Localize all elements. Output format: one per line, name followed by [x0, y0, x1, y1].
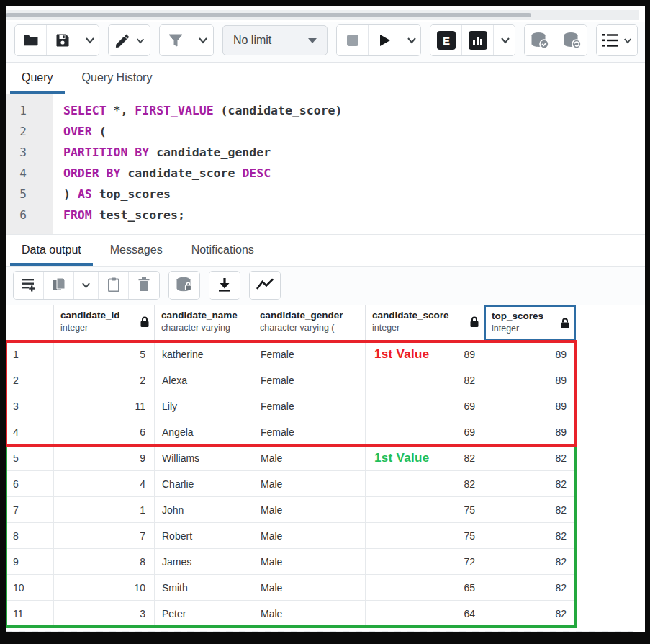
- open-file-button[interactable]: [15, 25, 47, 55]
- column-header-candidate-name[interactable]: candidate_namecharacter varying: [155, 305, 253, 341]
- rollback-button[interactable]: [556, 25, 587, 55]
- cell-candidate-score[interactable]: 65: [366, 575, 484, 600]
- code-line[interactable]: ) AS top_scores: [63, 184, 645, 205]
- row-number[interactable]: 9: [6, 549, 54, 574]
- cell-candidate-name[interactable]: John: [155, 497, 253, 522]
- cell-candidate-name[interactable]: Lily: [155, 393, 253, 419]
- tab-messages[interactable]: Messages: [99, 235, 174, 266]
- cell-candidate-id[interactable]: 11: [54, 393, 155, 419]
- column-header-candidate-score[interactable]: candidate_scoreinteger: [366, 305, 484, 341]
- cell-candidate-score[interactable]: 1st Value82: [366, 445, 484, 470]
- row-number[interactable]: 1: [6, 341, 54, 367]
- graph-visualiser-button[interactable]: [250, 272, 280, 299]
- row-number[interactable]: 3: [6, 393, 54, 419]
- cell-top-scores[interactable]: 89: [484, 393, 576, 419]
- row-limit-select[interactable]: No limit: [222, 25, 328, 55]
- tab-query-history[interactable]: Query History: [71, 63, 164, 94]
- horizontal-scrollbar[interactable]: [6, 10, 639, 20]
- cell-candidate-gender[interactable]: Female: [253, 419, 366, 444]
- row-number[interactable]: 10: [6, 575, 54, 600]
- save-dropdown-button[interactable]: [78, 25, 99, 55]
- cell-candidate-score[interactable]: 82: [366, 367, 484, 393]
- cell-candidate-name[interactable]: Angela: [155, 419, 253, 444]
- cell-top-scores[interactable]: 82: [484, 471, 576, 496]
- save-button[interactable]: [47, 25, 78, 55]
- cell-candidate-id[interactable]: 9: [54, 445, 155, 470]
- row-number[interactable]: 5: [6, 445, 54, 470]
- cell-candidate-name[interactable]: James: [155, 549, 253, 574]
- cell-candidate-score[interactable]: 82: [366, 471, 484, 496]
- copy-button[interactable]: [44, 272, 74, 299]
- tab-notifications[interactable]: Notifications: [180, 235, 266, 266]
- cell-candidate-score[interactable]: 75: [366, 497, 484, 522]
- column-header-candidate-gender[interactable]: candidate_gendercharacter varying (: [253, 305, 366, 341]
- cell-candidate-id[interactable]: 3: [54, 601, 155, 626]
- cell-candidate-gender[interactable]: Female: [253, 393, 366, 419]
- cell-top-scores[interactable]: 82: [484, 445, 576, 470]
- cell-candidate-gender[interactable]: Male: [253, 575, 366, 600]
- cell-candidate-id[interactable]: 6: [54, 419, 155, 444]
- code-line[interactable]: ORDER BY candidate_score DESC: [63, 163, 645, 184]
- cell-candidate-name[interactable]: Charlie: [155, 471, 253, 496]
- cell-candidate-gender[interactable]: Male: [253, 523, 366, 548]
- cell-candidate-score[interactable]: 75: [366, 523, 484, 548]
- cell-candidate-id[interactable]: 7: [54, 523, 155, 548]
- cell-candidate-gender[interactable]: Male: [253, 445, 366, 470]
- grid-horizontal-scrollbar[interactable]: [6, 631, 633, 632]
- sql-editor[interactable]: 123456 SELECT *, FIRST_VALUE (candidate_…: [6, 94, 645, 235]
- row-number[interactable]: 7: [6, 497, 54, 522]
- explain-button[interactable]: E: [430, 25, 462, 55]
- copy-dropdown-button[interactable]: [74, 272, 99, 299]
- cell-candidate-gender[interactable]: Female: [253, 341, 366, 367]
- column-header-candidate-id[interactable]: candidate_idinteger: [54, 305, 155, 341]
- cell-candidate-id[interactable]: 8: [54, 549, 155, 574]
- cell-candidate-gender[interactable]: Male: [253, 601, 366, 626]
- cell-candidate-gender[interactable]: Male: [253, 471, 366, 496]
- scrollbar-thumb[interactable]: [6, 13, 531, 17]
- code-line[interactable]: PARTITION BY candidate_gender: [63, 142, 645, 163]
- row-number[interactable]: 11: [6, 601, 54, 626]
- commit-button[interactable]: [525, 25, 556, 55]
- code-line[interactable]: OVER (: [63, 121, 645, 142]
- row-number[interactable]: 8: [6, 523, 54, 548]
- cell-candidate-gender[interactable]: Male: [253, 549, 366, 574]
- code-line[interactable]: FROM test_scores;: [63, 205, 645, 225]
- explain-analyze-button[interactable]: [462, 25, 494, 55]
- cell-top-scores[interactable]: 82: [484, 549, 576, 574]
- cell-candidate-name[interactable]: Smith: [155, 575, 253, 600]
- cell-candidate-id[interactable]: 2: [54, 367, 155, 393]
- cell-candidate-score[interactable]: 64: [366, 601, 484, 626]
- cell-top-scores[interactable]: 82: [484, 601, 576, 626]
- cell-candidate-name[interactable]: Peter: [155, 601, 253, 626]
- add-row-button[interactable]: [14, 272, 44, 299]
- cell-candidate-name[interactable]: Alexa: [155, 367, 253, 393]
- cell-candidate-id[interactable]: 4: [54, 471, 155, 496]
- tab-query[interactable]: Query: [10, 63, 65, 94]
- cell-top-scores[interactable]: 82: [484, 497, 576, 522]
- cell-top-scores[interactable]: 82: [484, 523, 576, 548]
- download-csv-button[interactable]: [209, 272, 240, 299]
- cell-candidate-score[interactable]: 1st Value89: [366, 341, 484, 367]
- filter-button[interactable]: [160, 25, 191, 55]
- cell-top-scores[interactable]: 89: [484, 367, 576, 393]
- cell-top-scores[interactable]: 82: [484, 575, 576, 600]
- cell-candidate-score[interactable]: 72: [366, 549, 484, 574]
- save-data-changes-button[interactable]: [169, 272, 199, 299]
- filter-dropdown-button[interactable]: [191, 25, 214, 55]
- execute-button[interactable]: [369, 25, 400, 55]
- column-header-top-scores[interactable]: top_scoresinteger: [484, 305, 576, 341]
- cell-top-scores[interactable]: 89: [484, 341, 576, 367]
- cell-candidate-score[interactable]: 69: [366, 393, 484, 419]
- cell-candidate-gender[interactable]: Female: [253, 367, 366, 393]
- execute-dropdown-button[interactable]: [400, 25, 421, 55]
- delete-button[interactable]: [129, 272, 159, 299]
- cell-candidate-score[interactable]: 69: [366, 419, 484, 444]
- cell-candidate-gender[interactable]: Male: [253, 497, 366, 522]
- paste-button[interactable]: [99, 272, 129, 299]
- row-number[interactable]: 6: [6, 471, 54, 496]
- cell-candidate-id[interactable]: 5: [54, 341, 155, 367]
- cell-candidate-name[interactable]: Robert: [155, 523, 253, 548]
- cell-candidate-name[interactable]: Williams: [155, 445, 253, 470]
- cell-candidate-name[interactable]: katherine: [155, 341, 253, 367]
- stop-button[interactable]: [337, 25, 369, 55]
